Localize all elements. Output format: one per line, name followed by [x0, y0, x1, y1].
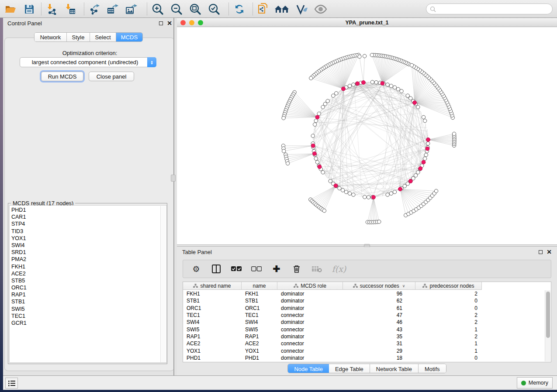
vertical-splitter[interactable] [173, 18, 174, 375]
ring-node[interactable] [424, 153, 428, 157]
tab-network-table[interactable]: Network Table [370, 364, 419, 373]
tab-mcds[interactable]: MCDS [116, 33, 142, 41]
dominator-node[interactable] [398, 187, 402, 191]
ring-node[interactable] [409, 96, 412, 100]
ring-node[interactable] [389, 192, 393, 195]
mcds-result-item[interactable]: TEC1 [11, 313, 159, 320]
ring-node[interactable] [321, 105, 325, 109]
ring-node[interactable] [313, 123, 316, 126]
leaf-node[interactable] [363, 54, 366, 58]
ring-node[interactable] [344, 190, 348, 194]
table-row[interactable]: SWI4SWI4dominator462 [183, 319, 551, 326]
memory-button[interactable]: Memory [517, 377, 553, 389]
ring-node[interactable] [311, 134, 315, 138]
ring-node[interactable] [370, 80, 374, 84]
ring-node[interactable] [403, 184, 406, 188]
tab-edge-table[interactable]: Edge Table [329, 364, 370, 373]
mcds-result-item[interactable]: SWI4 [11, 242, 159, 249]
ring-node[interactable] [314, 119, 318, 123]
leaf-node[interactable] [309, 76, 313, 80]
tab-network[interactable]: Network [35, 33, 67, 41]
mcds-result-item[interactable]: CAR1 [11, 213, 159, 220]
float-panel-icon[interactable] [539, 250, 543, 254]
table-row[interactable]: ACE2ACE2connector311 [183, 340, 551, 347]
ring-node[interactable] [326, 99, 329, 103]
zoom-fit-button[interactable] [188, 2, 203, 16]
run-mcds-button[interactable]: Run MCDS [41, 72, 83, 81]
table-row[interactable]: RAP1RAP1dominator352 [183, 333, 551, 340]
dominator-node[interactable] [422, 160, 426, 164]
leaf-node[interactable] [370, 53, 374, 57]
mcds-result-item[interactable]: STB1 [11, 298, 159, 305]
dominator-node[interactable] [408, 179, 412, 183]
tab-node-table[interactable]: Node Table [288, 364, 329, 373]
dominator-node[interactable] [342, 87, 346, 91]
table-row[interactable]: FKH1FKH1dominator962 [183, 290, 551, 297]
ring-node[interactable] [426, 142, 430, 145]
ring-node[interactable] [416, 105, 420, 109]
ring-node[interactable] [352, 193, 355, 196]
ring-node[interactable] [393, 190, 396, 194]
mcds-result-item[interactable]: RAP1 [11, 291, 159, 298]
column-header-MCDS-role[interactable]: MCDS role [277, 282, 343, 290]
result-list-scrollbar[interactable] [160, 206, 166, 363]
dominator-node[interactable] [311, 144, 315, 148]
table-options-button[interactable]: ⚙ [191, 264, 201, 274]
ring-node[interactable] [423, 157, 426, 160]
tab-motifs[interactable]: Motifs [419, 364, 446, 373]
network-canvas[interactable] [177, 27, 557, 244]
mcds-result-item[interactable]: ACE2 [11, 270, 159, 277]
ring-node[interactable] [321, 171, 325, 174]
export-network-button[interactable] [87, 2, 102, 16]
leaf-node[interactable] [434, 189, 438, 193]
ring-node[interactable] [414, 174, 417, 177]
column-header-name[interactable]: name [242, 282, 277, 290]
export-image-button[interactable] [124, 2, 139, 16]
mcds-result-item[interactable]: SRD1 [11, 249, 159, 256]
import-table-button[interactable] [63, 2, 78, 16]
ring-node[interactable] [423, 119, 426, 123]
close-panel-icon[interactable]: ✕ [547, 249, 552, 255]
ring-node[interactable] [406, 94, 409, 97]
mcds-result-item[interactable]: FKH1 [11, 263, 159, 270]
delete-table-button[interactable] [311, 264, 322, 274]
table-row[interactable]: PHD1PHD1dominator180 [183, 354, 551, 361]
ring-node[interactable] [389, 84, 393, 88]
graphics-details-button[interactable] [294, 2, 309, 16]
save-session-button[interactable] [22, 2, 37, 16]
deselect-all-button[interactable] [251, 264, 262, 274]
column-header-successor-nodes[interactable]: successor nodes∨ [343, 282, 415, 290]
dominator-node[interactable] [356, 82, 360, 86]
dominator-node[interactable] [315, 115, 319, 119]
mcds-result-item[interactable]: PHD1 [11, 206, 159, 213]
dominator-node[interactable] [413, 101, 417, 105]
leaf-node[interactable] [358, 55, 361, 58]
network-window-titlebar[interactable]: YPA_prune.txt_1 [177, 18, 557, 27]
open-file-button[interactable] [3, 2, 18, 16]
ring-node[interactable] [396, 87, 400, 91]
ring-node[interactable] [363, 195, 367, 199]
optimization-criterion-select[interactable]: largest connected component (undirected)… [20, 57, 156, 67]
leaf-node[interactable] [286, 162, 289, 165]
copy-network-button[interactable] [256, 2, 270, 16]
column-header-shared-name[interactable]: shared name [183, 282, 242, 290]
table-scrollbar[interactable] [545, 290, 550, 361]
dominator-node[interactable] [426, 147, 429, 151]
leaf-node[interactable] [377, 220, 381, 224]
float-panel-icon[interactable] [159, 21, 163, 25]
leaf-node[interactable] [410, 63, 413, 67]
table-scrollbar-thumb[interactable] [546, 292, 550, 338]
ring-node[interactable] [323, 102, 327, 106]
table-row[interactable]: SWI5SWI5connector431 [183, 326, 551, 333]
ring-node[interactable] [386, 193, 389, 196]
search-field[interactable] [426, 3, 553, 14]
mcds-result-item[interactable]: GCR1 [11, 320, 159, 327]
show-hide-button[interactable] [313, 2, 328, 16]
ring-node[interactable] [338, 186, 341, 190]
ring-node[interactable] [416, 171, 420, 174]
table-row[interactable]: YOX1YOX1connector291 [183, 347, 551, 354]
ring-node[interactable] [341, 189, 344, 192]
dominator-node[interactable] [312, 151, 316, 155]
vertical-splitter-handle[interactable] [171, 175, 176, 182]
dominator-node[interactable] [334, 184, 338, 188]
